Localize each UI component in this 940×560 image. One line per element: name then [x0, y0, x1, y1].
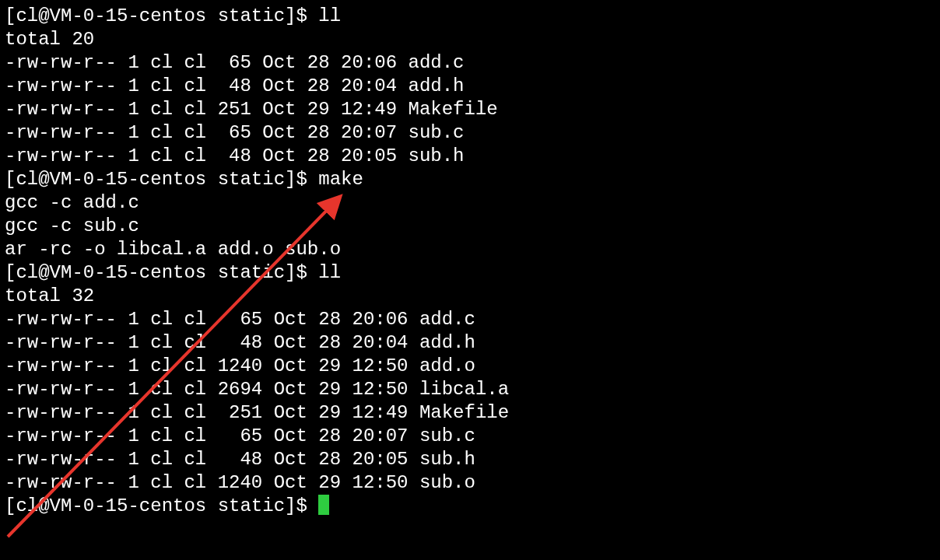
cursor: [318, 495, 329, 515]
prompt-text: [cl@VM-0-15-centos static]$: [5, 262, 318, 283]
prompt-line-active[interactable]: [cl@VM-0-15-centos static]$: [5, 495, 935, 518]
prompt-line-ll2: [cl@VM-0-15-centos static]$ ll: [5, 261, 935, 285]
prompt-text: [cl@VM-0-15-centos static]$: [5, 5, 318, 26]
command-text: ll: [318, 262, 341, 283]
ll-total: total 32: [5, 285, 935, 308]
prompt-text: [cl@VM-0-15-centos static]$: [5, 495, 318, 516]
file-entry: -rw-rw-r-- 1 cl cl 1240 Oct 29 12:50 add…: [5, 355, 935, 378]
file-entry: -rw-rw-r-- 1 cl cl 48 Oct 28 20:04 add.h: [5, 75, 935, 98]
command-text: ll: [318, 5, 341, 26]
command-text: make: [318, 169, 363, 190]
file-entry: -rw-rw-r-- 1 cl cl 1240 Oct 29 12:50 sub…: [5, 471, 935, 495]
terminal[interactable]: [cl@VM-0-15-centos static]$ lltotal 20-r…: [0, 0, 940, 560]
file-entry: -rw-rw-r-- 1 cl cl 48 Oct 28 20:04 add.h: [5, 331, 935, 355]
file-entry: -rw-rw-r-- 1 cl cl 48 Oct 28 20:05 sub.h: [5, 448, 935, 471]
file-entry: -rw-rw-r-- 1 cl cl 251 Oct 29 12:49 Make…: [5, 98, 935, 121]
prompt-line-make: [cl@VM-0-15-centos static]$ make: [5, 168, 935, 191]
make-output-line: ar -rc -o libcal.a add.o sub.o: [5, 238, 935, 261]
prompt-line-ll1: [cl@VM-0-15-centos static]$ ll: [5, 5, 935, 28]
file-entry: -rw-rw-r-- 1 cl cl 251 Oct 29 12:49 Make…: [5, 401, 935, 425]
make-output-line: gcc -c add.c: [5, 191, 935, 215]
file-entry: -rw-rw-r-- 1 cl cl 48 Oct 28 20:05 sub.h: [5, 145, 935, 168]
file-entry: -rw-rw-r-- 1 cl cl 65 Oct 28 20:06 add.c: [5, 51, 935, 75]
file-entry: -rw-rw-r-- 1 cl cl 65 Oct 28 20:07 sub.c: [5, 425, 935, 448]
ll-total: total 20: [5, 28, 935, 51]
file-entry: -rw-rw-r-- 1 cl cl 65 Oct 28 20:06 add.c: [5, 308, 935, 331]
make-output-line: gcc -c sub.c: [5, 215, 935, 238]
file-entry: -rw-rw-r-- 1 cl cl 65 Oct 28 20:07 sub.c: [5, 121, 935, 145]
file-entry: -rw-rw-r-- 1 cl cl 2694 Oct 29 12:50 lib…: [5, 378, 935, 401]
prompt-text: [cl@VM-0-15-centos static]$: [5, 169, 318, 190]
